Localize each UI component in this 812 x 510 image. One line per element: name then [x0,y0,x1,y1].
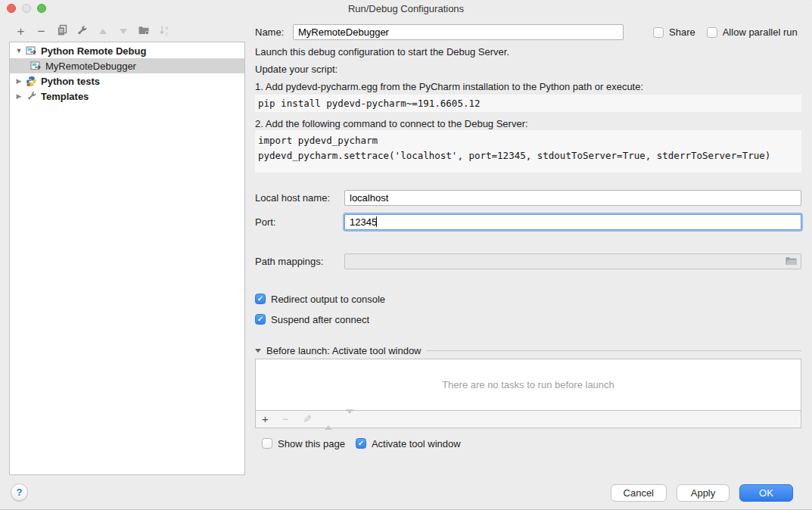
move-down-icon [120,29,127,34]
zoom-window-button[interactable] [37,4,46,13]
path-mappings-row: Path mappings: [255,253,801,269]
add-configuration-button[interactable]: + [11,24,31,39]
chevron-right-icon[interactable]: ▶ [13,92,25,100]
wrench-icon [76,25,88,39]
close-window-button[interactable] [7,4,16,13]
suspend-after-connect-checkbox[interactable]: Suspend after connect [255,314,369,325]
move-up-button[interactable] [92,24,113,39]
before-launch-title: Before launch: Activate tool window [266,345,422,356]
settrace-code-line1: import pydevd_pycharm [258,133,801,148]
name-input[interactable] [293,24,624,40]
settrace-code[interactable]: import pydevd_pycharm pydevd_pycharm.set… [255,130,801,173]
chevron-down-icon[interactable]: ▼ [13,47,25,54]
edit-templates-button[interactable] [72,24,92,39]
cancel-button[interactable]: Cancel [611,484,667,502]
checkbox-box [255,294,266,304]
configurations-toolbar: + − az [11,23,174,40]
ok-button[interactable]: OK [739,484,793,502]
dialog-buttons: Cancel Apply OK [611,484,793,502]
show-this-page-label: Show this page [278,438,345,449]
tree-item-label: Templates [41,91,89,102]
redirect-output-label: Redirect output to console [271,294,385,305]
pip-install-code[interactable]: pip install pydevd-pycharm~=191.6605.12 [255,95,801,112]
python-tests-icon [25,75,38,87]
show-this-page-checkbox[interactable]: Show this page [262,438,345,449]
local-host-row: Local host name: [255,190,801,206]
remote-debug-icon [30,60,42,72]
browse-mappings-button[interactable] [783,256,798,267]
move-task-up-button[interactable] [325,414,332,425]
chevron-right-icon[interactable]: ▶ [13,77,25,85]
tree-item-templates[interactable]: ▶ Templates [10,89,244,104]
allow-parallel-run-label: Allow parallel run [723,26,798,38]
before-launch-task-list[interactable]: There are no tasks to run before launch [255,359,801,411]
folder-icon [785,256,798,268]
activate-tool-window-label: Activate tool window [372,438,461,449]
remove-task-button[interactable]: − [282,413,289,425]
port-label: Port: [255,216,344,228]
empty-task-list-text: There are no tasks to run before launch [442,379,614,390]
help-button[interactable]: ? [11,484,28,501]
tree-item-python-tests[interactable]: ▶ Python tests [10,73,244,89]
checkbox-box [262,438,272,449]
wrench-icon [25,90,38,102]
settrace-code-line2: pydevd_pycharm.settrace('localhost', por… [258,148,801,163]
move-up-icon [99,29,107,34]
step2-text: 2. Add the following command to connect … [255,118,528,129]
new-folder-button[interactable] [133,24,154,39]
new-folder-icon [138,24,150,39]
name-row: Name: Share Allow parallel run [255,24,801,40]
svg-text:a: a [165,25,168,30]
activate-tool-window-checkbox[interactable]: Activate tool window [356,438,461,449]
pencil-icon: ✎ [303,413,312,425]
suspend-after-row: Suspend after connect [255,313,801,325]
sort-alphabetically-icon: az [158,24,170,39]
tree-item-myremotedebugger[interactable]: MyRemoteDebugger [10,58,244,73]
add-task-button[interactable]: + [262,413,269,425]
local-host-label: Local host name: [255,192,344,204]
section-divider [426,350,801,351]
task-list-toolbar: + − ✎ [255,410,801,428]
move-up-icon [325,414,332,430]
sort-configurations-button[interactable]: az [154,24,174,39]
share-checkbox-label: Share [669,26,695,38]
share-checkbox[interactable]: Share [653,26,695,38]
remove-icon: − [38,25,45,38]
tree-item-python-remote-debug[interactable]: ▼ Python Remote Debug [10,43,244,58]
remove-configuration-button[interactable]: − [31,24,51,39]
redirect-output-row: Redirect output to console [255,293,801,305]
window-controls [7,4,46,13]
title-bar[interactable]: Run/Debug Configurations [0,0,812,17]
name-label: Name: [255,26,293,38]
tree-item-label: MyRemoteDebugger [45,61,136,72]
redirect-output-checkbox[interactable]: Redirect output to console [255,294,385,305]
text-caret [376,216,377,227]
step1-text: 1. Add pydevd-pycharm.egg from the PyCha… [255,81,643,92]
tree-item-label: Python Remote Debug [41,45,146,57]
intro-text: Launch this debug configuration to start… [255,46,509,58]
remove-icon: − [282,412,289,425]
apply-button[interactable]: Apply [677,484,730,502]
port-input[interactable] [344,214,801,230]
help-icon: ? [17,487,23,498]
path-mappings-input[interactable] [344,253,801,269]
move-down-button[interactable] [113,24,133,39]
minimize-window-button [22,4,31,13]
update-script-text: Update your script: [255,64,338,75]
add-icon: + [17,25,25,38]
svg-text:z: z [165,31,167,36]
collapse-section-icon[interactable] [255,349,261,353]
allow-parallel-run-checkbox[interactable]: Allow parallel run [707,26,798,38]
local-host-input[interactable] [344,190,801,206]
checkbox-box [707,27,717,38]
copy-configuration-button[interactable] [51,24,72,39]
before-launch-header[interactable]: Before launch: Activate tool window [255,344,801,356]
remote-debug-icon [25,45,38,57]
checkbox-box [653,27,664,38]
add-icon: + [262,412,269,425]
path-mappings-label: Path mappings: [255,256,344,267]
tree-item-label: Python tests [41,76,100,87]
checkbox-box [356,438,366,449]
edit-task-button[interactable]: ✎ [303,413,312,425]
move-task-down-button[interactable] [346,414,353,425]
